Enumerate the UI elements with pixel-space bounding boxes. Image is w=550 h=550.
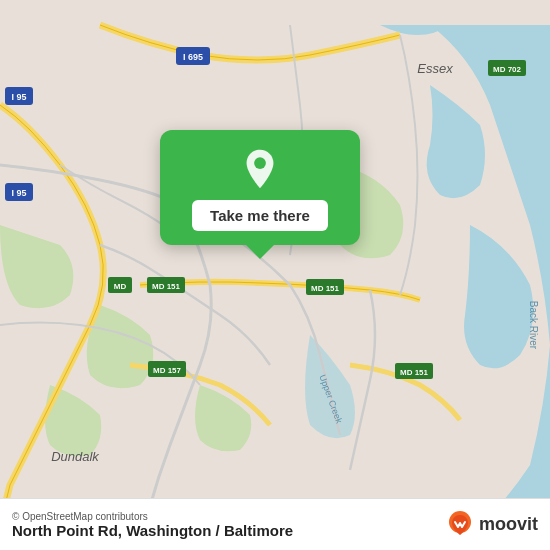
svg-text:I 95: I 95 — [11, 188, 26, 198]
location-title: North Point Rd, Washington / Baltimore — [12, 522, 293, 539]
svg-text:MD 151: MD 151 — [152, 282, 181, 291]
map-background: I 95 I 95 I 695 MD 151 MD 151 MD 151 MD … — [0, 0, 550, 550]
copyright-text: © OpenStreetMap contributors — [12, 511, 293, 522]
svg-point-23 — [254, 157, 266, 169]
moovit-brand-icon — [445, 510, 475, 540]
svg-text:MD 151: MD 151 — [311, 284, 340, 293]
svg-text:MD 702: MD 702 — [493, 65, 522, 74]
bottom-bar: © OpenStreetMap contributors North Point… — [0, 498, 550, 550]
moovit-brand-text: moovit — [479, 514, 538, 535]
svg-text:I 695: I 695 — [183, 52, 203, 62]
popup-card: Take me there — [160, 130, 360, 245]
moovit-logo: moovit — [445, 510, 538, 540]
location-pin-icon — [239, 148, 281, 190]
bottom-left-info: © OpenStreetMap contributors North Point… — [12, 511, 293, 539]
map-container: I 95 I 95 I 695 MD 151 MD 151 MD 151 MD … — [0, 0, 550, 550]
svg-text:Dundalk: Dundalk — [51, 449, 100, 464]
svg-text:MD 157: MD 157 — [153, 366, 182, 375]
svg-text:I 95: I 95 — [11, 92, 26, 102]
svg-text:MD: MD — [114, 282, 127, 291]
svg-text:Essex: Essex — [417, 61, 453, 76]
svg-text:Back River: Back River — [528, 301, 539, 350]
svg-text:MD 151: MD 151 — [400, 368, 429, 377]
take-me-there-button[interactable]: Take me there — [192, 200, 328, 231]
